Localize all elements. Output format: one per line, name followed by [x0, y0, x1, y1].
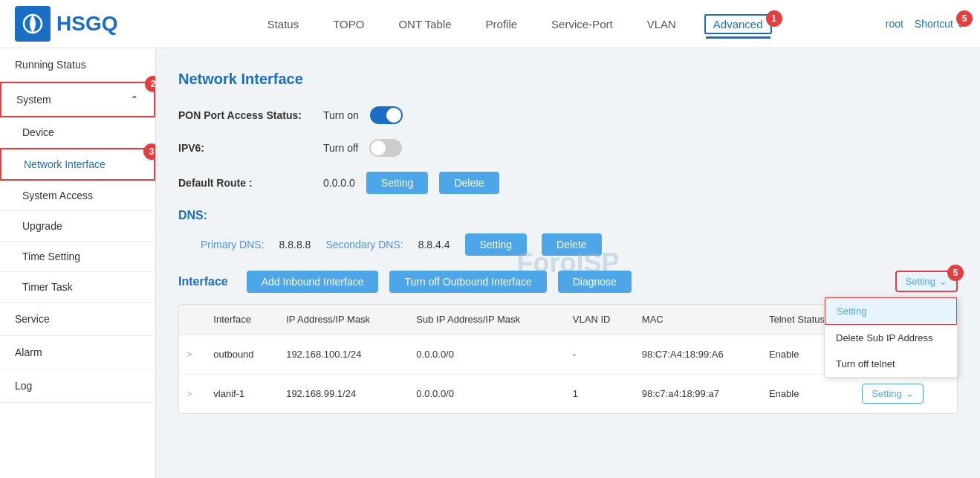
logo-text: HSGQ — [56, 12, 117, 36]
col-interface: Interface — [206, 305, 279, 335]
interface-setting-button[interactable]: Setting ⌄ 5 — [895, 271, 958, 292]
nav-advanced-wrapper: Advanced 1 — [704, 18, 772, 30]
sub-ip-1: 0.0.0.0/0 — [409, 335, 565, 375]
main-content: ForoISP Network Interface PON Port Acces… — [156, 48, 980, 478]
col-sub-ip: Sub IP Address/IP Mask — [409, 305, 565, 335]
dropdown-item-turn-off-telnet[interactable]: Turn off telnet — [825, 351, 957, 377]
row2-setting-label: Setting — [872, 388, 901, 399]
sidebar-item-service[interactable]: Service — [0, 303, 155, 336]
sidebar-item-log[interactable]: Log — [0, 369, 155, 403]
dropdown-item-setting[interactable]: Setting — [825, 297, 957, 325]
dns-label: DNS: — [178, 209, 958, 222]
action-cell-2: Setting ⌄ — [854, 375, 957, 413]
interface-header: Interface Add Inbound Interface Turn off… — [178, 271, 958, 293]
turn-off-outbound-button[interactable]: Turn off Outbound Interface — [389, 271, 546, 293]
sidebar: Running Status System ⌃ 2 Device Network… — [0, 48, 156, 478]
col-vlan: VLAN ID — [565, 305, 635, 335]
dns-delete-button[interactable]: Delete — [542, 233, 601, 256]
expand-icon-1[interactable]: > — [179, 335, 206, 375]
default-route-row: Default Route : 0.0.0.0 Setting Delete — [178, 172, 958, 194]
pon-port-row: PON Port Access Status: Turn on — [178, 106, 958, 124]
layout: Running Status System ⌃ 2 Device Network… — [0, 48, 980, 478]
system-badge: 2 — [145, 76, 156, 92]
interface-name-1: outbound — [206, 335, 279, 375]
sidebar-system-section[interactable]: System ⌃ 2 — [0, 82, 155, 117]
primary-dns-label: Primary DNS: — [201, 239, 265, 251]
sidebar-item-network-interface[interactable]: Network Interface 3 — [0, 148, 155, 181]
logo-icon — [15, 6, 51, 42]
vlan-1: - — [565, 335, 635, 375]
page-title: Network Interface — [178, 71, 958, 88]
ipv6-value: Turn off — [323, 142, 358, 154]
toggle-knob — [386, 108, 401, 123]
chevron-down-icon-setting: ⌄ — [939, 276, 947, 287]
telnet-2: Enable — [762, 375, 854, 413]
chevron-down-icon-row2: ⌄ — [906, 388, 914, 399]
shortcut-wrapper: Shortcut ⌄ 5 — [915, 18, 965, 30]
default-route-value: 0.0.0.0 — [323, 177, 355, 189]
expand-icon-2[interactable]: > — [179, 375, 206, 413]
nav-service-port[interactable]: Service-Port — [545, 14, 619, 34]
ipv6-toggle[interactable] — [369, 139, 402, 157]
nav-profile[interactable]: Profile — [480, 14, 524, 34]
nav-status[interactable]: Status — [262, 14, 305, 34]
primary-dns-value: 8.8.8.8 — [279, 239, 311, 251]
ipv6-label: IPV6: — [178, 142, 312, 154]
secondary-dns-value: 8.8.4.4 — [418, 239, 450, 251]
logo: HSGQ — [15, 6, 117, 42]
col-mac: MAC — [635, 305, 762, 335]
nav-ont-table[interactable]: ONT Table — [392, 14, 457, 34]
add-inbound-button[interactable]: Add Inbound Interface — [247, 271, 379, 293]
shortcut-badge: 5 — [956, 10, 973, 27]
nav-topo[interactable]: TOPO — [327, 14, 370, 34]
setting-dropdown-menu: Setting Delete Sub IP Address Turn off t… — [824, 297, 958, 378]
header-right: root Shortcut ⌄ 5 — [886, 18, 965, 30]
nav-advanced[interactable]: Advanced — [704, 14, 772, 34]
nav-vlan[interactable]: VLAN — [641, 14, 682, 34]
default-route-label: Default Route : — [178, 177, 312, 189]
sidebar-item-device[interactable]: Device — [0, 117, 155, 148]
setting-badge: 5 — [947, 265, 964, 281]
advanced-badge: 1 — [766, 10, 782, 27]
dropdown-item-delete-sub-ip[interactable]: Delete Sub IP Address — [825, 325, 957, 351]
default-route-delete-button[interactable]: Delete — [439, 172, 499, 194]
sidebar-item-running-status[interactable]: Running Status — [0, 48, 155, 82]
interface-title: Interface — [178, 275, 228, 288]
secondary-dns-label: Secondary DNS: — [325, 239, 403, 251]
table-row: > vlanif-1 192.168.99.1/24 0.0.0.0/0 1 9… — [179, 375, 957, 413]
main-nav: Status TOPO ONT Table Profile Service-Po… — [147, 14, 885, 34]
pon-port-label: PON Port Access Status: — [178, 109, 312, 121]
ipv6-row: IPV6: Turn off — [178, 139, 958, 157]
dns-setting-button[interactable]: Setting — [465, 233, 528, 256]
sidebar-system-label: System — [16, 94, 51, 106]
sidebar-item-upgrade[interactable]: Upgrade — [0, 211, 155, 242]
interface-name-2: vlanif-1 — [206, 375, 279, 413]
col-expand — [179, 305, 206, 335]
network-interface-badge: 3 — [143, 143, 156, 160]
dns-row: Primary DNS: 8.8.8.8 Secondary DNS: 8.8.… — [178, 233, 958, 256]
user-name: root — [886, 18, 903, 30]
pon-port-toggle[interactable] — [370, 106, 403, 124]
ip-1: 192.168.100.1/24 — [279, 335, 409, 375]
sidebar-item-system-access[interactable]: System Access — [0, 181, 155, 211]
diagnose-button[interactable]: Diagnose — [558, 271, 632, 293]
interface-section: Interface Add Inbound Interface Turn off… — [178, 271, 958, 414]
sub-ip-2: 0.0.0.0/0 — [409, 375, 565, 413]
col-ip: IP Address/IP Mask — [279, 305, 409, 335]
default-route-setting-button[interactable]: Setting — [366, 172, 429, 194]
mac-1: 98:C7:A4:18:99:A6 — [635, 335, 762, 375]
chevron-up-icon: ⌃ — [130, 94, 139, 106]
shortcut-label: Shortcut — [915, 18, 953, 30]
header: HSGQ Status TOPO ONT Table Profile Servi… — [0, 0, 980, 48]
ip-2: 192.168.99.1/24 — [279, 375, 409, 413]
sidebar-item-time-setting[interactable]: Time Setting — [0, 242, 155, 272]
row2-setting-button[interactable]: Setting ⌄ — [862, 384, 923, 404]
vlan-2: 1 — [565, 375, 635, 413]
sidebar-item-timer-task[interactable]: Timer Task — [0, 272, 155, 303]
toggle-knob-ipv6 — [371, 141, 386, 155]
mac-2: 98:c7:a4:18:99:a7 — [635, 375, 762, 413]
pon-port-value: Turn on — [323, 109, 359, 121]
sidebar-item-alarm[interactable]: Alarm — [0, 336, 155, 369]
setting-dropdown-wrapper: Setting ⌄ 5 Setting Delete Sub IP Addres… — [895, 271, 958, 292]
